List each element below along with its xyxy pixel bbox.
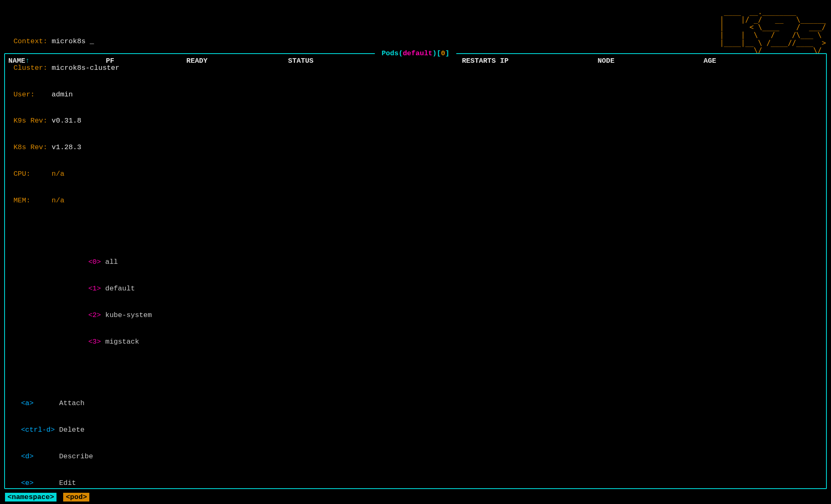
context-value: microk8s — [52, 37, 86, 45]
column-headers: NAME↑ PF READY STATUS RESTARTS IP NODE A… — [8, 57, 823, 65]
col-age[interactable]: AGE — [703, 57, 716, 65]
pods-frame: Pods(default)[0] NAME↑ PF READY STATUS R… — [4, 53, 827, 489]
breadcrumb: <namespace> <pod> — [5, 493, 92, 502]
col-node[interactable]: NODE — [597, 57, 615, 65]
col-status[interactable]: STATUS — [288, 57, 313, 65]
crumb-namespace[interactable]: <namespace> — [5, 493, 57, 502]
crumb-pod[interactable]: <pod> — [63, 493, 89, 502]
col-ip[interactable]: IP — [500, 57, 508, 65]
col-restarts[interactable]: RESTARTS — [462, 57, 496, 65]
col-name[interactable]: NAME↑ — [8, 57, 30, 65]
context-label: Context: — [13, 37, 47, 45]
col-pf[interactable]: PF — [106, 57, 114, 65]
col-ready[interactable]: READY — [187, 57, 208, 65]
sort-arrow-icon: ↑ — [25, 57, 30, 65]
cursor: _ — [90, 37, 94, 45]
k9s-logo: ____ __.________ | |/ _/ __ \______ | < … — [720, 8, 826, 54]
